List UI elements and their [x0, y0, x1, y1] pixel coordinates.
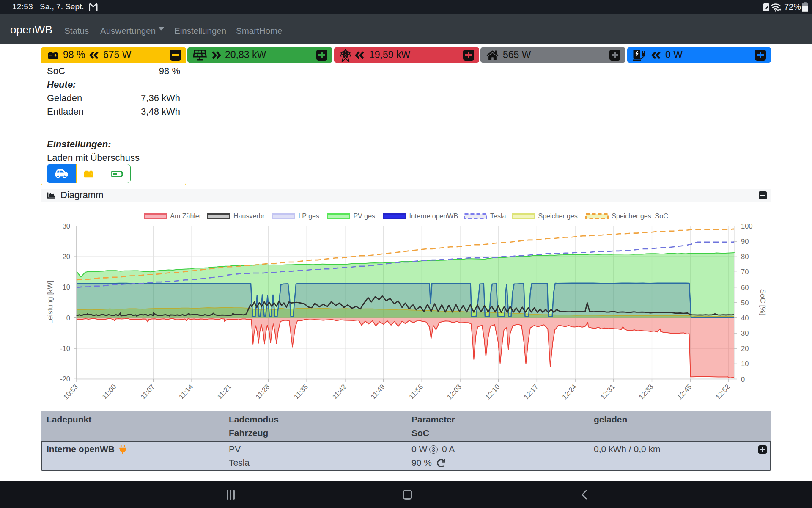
svg-text:11:42: 11:42	[331, 383, 348, 400]
svg-text:50: 50	[741, 299, 749, 306]
svg-text:11:07: 11:07	[139, 383, 156, 400]
svg-text:12:31: 12:31	[599, 383, 616, 401]
svg-text:Leistung [kW]: Leistung [kW]	[46, 281, 54, 324]
svg-text:12:24: 12:24	[560, 383, 578, 401]
svg-text:70: 70	[741, 268, 749, 276]
svg-text:10:53: 10:53	[62, 383, 79, 401]
svg-text:30: 30	[63, 222, 70, 230]
svg-text:12:03: 12:03	[445, 383, 463, 401]
svg-text:SoC [%]: SoC [%]	[759, 289, 767, 315]
svg-text:11:56: 11:56	[407, 383, 424, 400]
svg-text:-20: -20	[60, 375, 70, 383]
svg-text:80: 80	[741, 253, 749, 260]
svg-text:0: 0	[66, 314, 70, 322]
svg-text:11:21: 11:21	[216, 383, 233, 400]
svg-text:40: 40	[741, 314, 749, 322]
svg-text:12:10: 12:10	[484, 383, 501, 401]
svg-text:30: 30	[741, 329, 749, 337]
svg-text:90: 90	[741, 237, 749, 245]
svg-text:20: 20	[741, 345, 749, 352]
svg-text:11:35: 11:35	[292, 383, 309, 400]
svg-text:-10: -10	[60, 345, 70, 352]
svg-text:0: 0	[741, 375, 745, 383]
svg-text:60: 60	[741, 284, 749, 291]
svg-text:100: 100	[741, 222, 753, 230]
svg-text:11:28: 11:28	[254, 383, 271, 400]
svg-text:20: 20	[63, 253, 70, 260]
svg-text:11:49: 11:49	[369, 383, 386, 400]
svg-text:12:17: 12:17	[522, 383, 540, 401]
svg-text:10: 10	[63, 283, 70, 291]
svg-text:11:00: 11:00	[101, 383, 118, 400]
svg-text:12:45: 12:45	[675, 383, 693, 401]
svg-text:12:38: 12:38	[637, 383, 655, 401]
svg-text:10: 10	[741, 360, 749, 367]
svg-text:12:52: 12:52	[714, 383, 731, 401]
svg-text:11:14: 11:14	[177, 383, 194, 400]
